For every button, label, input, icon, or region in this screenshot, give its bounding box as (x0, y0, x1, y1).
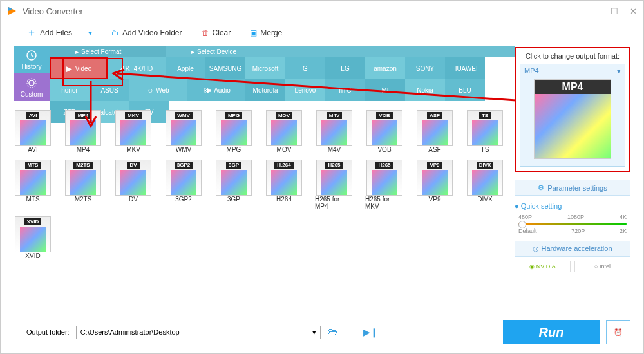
brand-huawei[interactable]: HUAWEI (445, 57, 485, 79)
video-folder-icon[interactable]: ▶❙ (363, 327, 378, 337)
schedule-button[interactable]: ⏰ (606, 320, 630, 344)
open-folder-icon[interactable]: 🗁 (327, 326, 337, 338)
app-logo (7, 6, 17, 16)
format-dv[interactable]: DVDV (114, 160, 153, 210)
format-ts[interactable]: TSTS (466, 110, 504, 153)
format-avi[interactable]: AVIAVI (14, 110, 52, 153)
run-button[interactable]: Run (503, 320, 600, 344)
output-prompt: Click to change output format: (520, 52, 625, 60)
format-xvid[interactable]: XVIDXVID (14, 216, 52, 259)
format-mp4[interactable]: MP4MP4 (64, 110, 102, 153)
folder-icon: 🗀 (111, 28, 119, 37)
brand-samsung[interactable]: SAMSUNG (205, 57, 245, 79)
format-vob[interactable]: VOBVOB (365, 110, 404, 153)
select-device-header: ▸ Select Device (166, 46, 515, 57)
brand-amazon[interactable]: amazon (365, 57, 405, 79)
brand-mi[interactable]: MI (365, 79, 405, 101)
brand-blu[interactable]: BLU (445, 79, 485, 101)
format-m2ts[interactable]: M2TSM2TS (64, 160, 102, 210)
brand-apple[interactable]: Apple (166, 57, 205, 79)
sliders-icon: ⚙ (538, 183, 544, 192)
output-folder-label: Output folder: (26, 328, 70, 336)
select-format-header: ▸ Select Format (50, 46, 166, 57)
merge-button[interactable]: ▣Merge (250, 28, 282, 37)
app-title: Video Converter (23, 6, 83, 16)
svg-point-3 (29, 80, 34, 86)
format-asf[interactable]: ASFASF (415, 110, 454, 153)
minimize-button[interactable]: — (591, 6, 599, 16)
brand-sony[interactable]: SONY (405, 57, 445, 79)
chevron-down-icon: ▾ (617, 67, 621, 75)
parameter-settings-button[interactable]: ⚙Parameter settings (515, 180, 630, 196)
brand-lg[interactable]: LG (325, 57, 365, 79)
format-h265-for-mp4[interactable]: H265H265 for MP4 (315, 160, 354, 210)
format-wmv[interactable]: WMVWMV (164, 110, 203, 153)
brand-motorola[interactable]: Motorola (245, 79, 285, 101)
output-folder-input[interactable]: C:\Users\Administrator\Desktop▾ (76, 326, 321, 339)
format-video[interactable]: ▶Video (50, 57, 108, 79)
format-audio[interactable]: 🕪Audio (187, 79, 245, 101)
add-folder-button[interactable]: 🗀Add Video Folder (111, 28, 182, 37)
maximize-button[interactable]: ☐ (611, 6, 618, 16)
format-4khd[interactable]: 4K4K/HD (108, 57, 166, 79)
format-3gp[interactable]: 3GP3GP (214, 160, 253, 210)
close-button[interactable]: ✕ (630, 6, 637, 16)
format-h264[interactable]: H.264H264 (265, 160, 303, 210)
add-files-button[interactable]: ＋Add Files▾ (26, 26, 92, 40)
format-divx[interactable]: DIVXDIVX (466, 160, 504, 210)
format-mov[interactable]: MOVMOV (265, 110, 303, 153)
history-icon (26, 50, 37, 61)
format-mkv[interactable]: MKVMKV (114, 110, 153, 153)
quick-setting-label: ● Quick setting (515, 202, 630, 210)
format-web[interactable]: ○Web (129, 79, 187, 101)
brand-honor[interactable]: honor (50, 79, 90, 101)
format-mpg[interactable]: MPGMPG (214, 110, 253, 153)
custom-tab[interactable]: Custom (14, 73, 50, 101)
chevron-down-icon: ▾ (312, 328, 316, 337)
brand-asus[interactable]: ASUS (90, 79, 129, 101)
intel-button[interactable]: ○ Intel (574, 261, 630, 272)
gear-icon (26, 77, 37, 89)
format-m4v[interactable]: M4VM4V (315, 110, 354, 153)
toolbar: ＋Add Files▾ 🗀Add Video Folder 🗑Clear ▣Me… (26, 24, 618, 42)
history-tab[interactable]: History (14, 46, 50, 73)
format-mts[interactable]: MTSMTS (14, 160, 52, 210)
output-format-box: Click to change output format: MP4▾ MP4 (515, 47, 630, 172)
brand-microsoft[interactable]: Microsoft (245, 57, 285, 79)
format-h265-for-mkv[interactable]: H265H265 for MKV (365, 160, 404, 210)
brand-nokia[interactable]: Nokia (405, 79, 445, 101)
svg-point-4 (27, 79, 36, 88)
clock-icon: ⏰ (614, 328, 623, 337)
output-format-selector[interactable]: MP4▾ MP4 (520, 64, 625, 167)
format-grid: AVIAVIMP4MP4MKVMKVWMVWMVMPGMPGMOVMOVM4VM… (14, 110, 515, 266)
titlebar: Video Converter — ☐ ✕ (1, 1, 643, 21)
brand-google[interactable]: G (285, 57, 325, 79)
nvidia-button[interactable]: ◉ NVIDIA (515, 261, 571, 272)
format-vp9[interactable]: VP9VP9 (415, 160, 454, 210)
format-3gp2[interactable]: 3GP23GP2 (164, 160, 203, 210)
brand-htc[interactable]: hTC (325, 79, 365, 101)
trash-icon: 🗑 (202, 28, 209, 37)
merge-icon: ▣ (250, 28, 257, 37)
brand-lenovo[interactable]: Lenovo (285, 79, 325, 101)
hardware-acceleration-button[interactable]: ◎ Hardware acceleration (515, 241, 630, 257)
quality-slider[interactable] (518, 223, 627, 225)
clear-button[interactable]: 🗑Clear (202, 28, 231, 37)
